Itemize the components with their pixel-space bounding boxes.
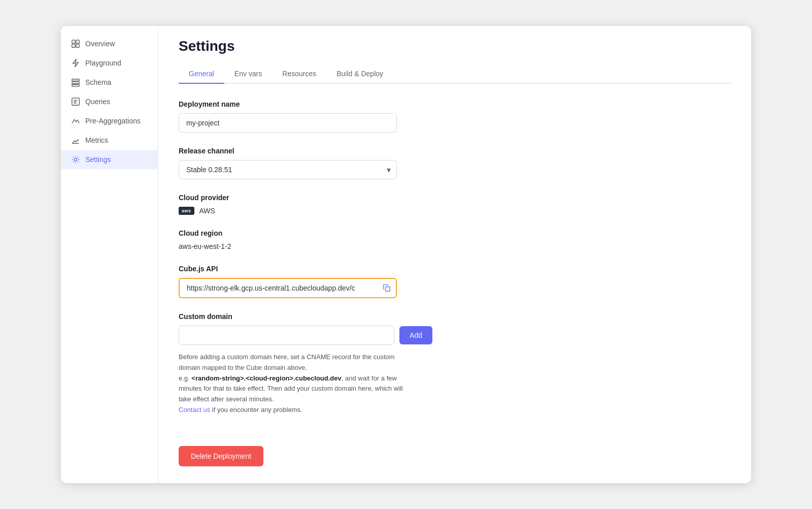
deployment-name-section: Deployment name (179, 100, 731, 133)
svg-rect-3 (76, 44, 79, 47)
cloud-region-value: aws-eu-west-1-2 (179, 242, 731, 250)
svg-rect-2 (72, 44, 75, 47)
add-domain-button[interactable]: Add (399, 326, 432, 344)
cloud-provider-value: AWS (199, 207, 215, 215)
sidebar-item-metrics[interactable]: Metrics (61, 131, 158, 150)
page-title: Settings (179, 38, 731, 54)
custom-domain-section: Custom domain Add Before adding a custom… (179, 312, 731, 416)
info-text-1: Before adding a custom domain here, set … (179, 353, 395, 371)
delete-section: Delete Deployment (179, 436, 731, 466)
custom-domain-label: Custom domain (179, 312, 731, 321)
cloud-provider-display: aws AWS (179, 207, 731, 215)
lightning-icon (71, 58, 80, 68)
cubejs-api-section: Cube.js API (179, 265, 731, 298)
sidebar-item-schema-label: Schema (85, 78, 111, 86)
release-channel-section: Release channel Stable 0.28.51 Latest Be… (179, 147, 731, 179)
sidebar-item-metrics-label: Metrics (85, 136, 108, 144)
settings-icon (71, 155, 80, 164)
tab-env-vars[interactable]: Env vars (224, 65, 272, 84)
queries-icon (71, 97, 80, 106)
sidebar-item-playground[interactable]: Playground (61, 53, 158, 73)
svg-rect-9 (386, 287, 390, 292)
release-channel-wrapper: Stable 0.28.51 Latest Beta ▾ (179, 160, 397, 179)
sidebar-item-overview[interactable]: Overview (61, 34, 158, 53)
svg-rect-1 (76, 40, 79, 43)
sidebar: Overview Playground Schema Queries (61, 26, 158, 483)
info-text-2: e.g. (179, 374, 190, 382)
aws-logo: aws (179, 207, 194, 215)
delete-deployment-button[interactable]: Delete Deployment (179, 446, 263, 466)
release-channel-select[interactable]: Stable 0.28.51 Latest Beta (179, 160, 397, 179)
info-text-4-text: if you encounter any problems. (212, 406, 302, 413)
svg-rect-6 (72, 85, 79, 87)
custom-domain-input[interactable] (179, 326, 394, 345)
sidebar-item-pre-aggregations[interactable]: Pre-Aggregations (61, 111, 158, 131)
cubejs-api-label: Cube.js API (179, 265, 731, 273)
tabs-nav: General Env vars Resources Build & Deplo… (179, 65, 731, 84)
cloud-region-section: Cloud region aws-eu-west-1-2 (179, 229, 731, 250)
deployment-name-input[interactable] (179, 113, 397, 133)
cloud-region-label: Cloud region (179, 229, 731, 237)
tab-general[interactable]: General (179, 65, 224, 84)
release-channel-label: Release channel (179, 147, 731, 155)
deployment-name-label: Deployment name (179, 100, 731, 108)
svg-rect-0 (72, 40, 75, 43)
main-content: Settings General Env vars Resources Buil… (158, 26, 751, 483)
schema-icon (71, 78, 80, 87)
grid-icon (71, 39, 80, 48)
contact-us-link[interactable]: Contact us (179, 406, 210, 413)
info-text: Before adding a custom domain here, set … (179, 352, 412, 416)
sidebar-item-schema[interactable]: Schema (61, 73, 158, 92)
api-input-wrapper (179, 278, 397, 298)
tab-resources[interactable]: Resources (272, 65, 326, 84)
sidebar-item-queries[interactable]: Queries (61, 92, 158, 111)
sidebar-item-overview-label: Overview (85, 40, 115, 48)
pre-agg-icon (71, 116, 80, 125)
svg-rect-5 (72, 82, 79, 84)
svg-point-8 (74, 158, 77, 161)
copy-api-button[interactable] (378, 280, 396, 296)
sidebar-item-queries-label: Queries (85, 98, 110, 106)
copy-icon (383, 284, 391, 292)
custom-domain-row: Add (179, 326, 432, 345)
tab-build-deploy[interactable]: Build & Deploy (326, 65, 393, 84)
info-text-code: <random-string>.<cloud-region>.cubecloud… (191, 374, 341, 382)
cubejs-api-input[interactable] (180, 279, 378, 297)
sidebar-item-settings[interactable]: Settings (61, 150, 158, 169)
svg-rect-4 (72, 79, 79, 81)
aws-logo-text: aws (182, 208, 191, 213)
sidebar-item-settings-label: Settings (85, 155, 111, 164)
sidebar-item-playground-label: Playground (85, 59, 121, 67)
sidebar-item-pre-agg-label: Pre-Aggregations (85, 117, 141, 125)
cloud-provider-section: Cloud provider aws AWS (179, 194, 731, 215)
cloud-provider-label: Cloud provider (179, 194, 731, 202)
app-frame: Overview Playground Schema Queries (61, 26, 751, 483)
metrics-icon (71, 136, 80, 145)
